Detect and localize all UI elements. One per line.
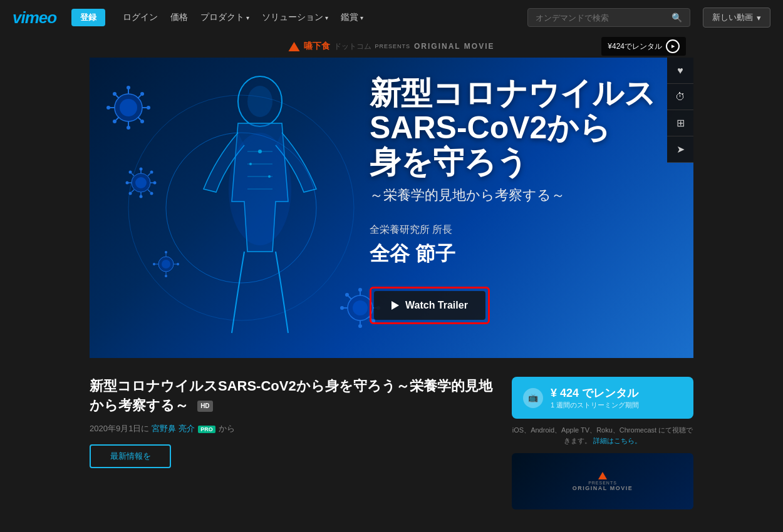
- video-author-label: 全栄養研究所 所長: [370, 223, 656, 237]
- video-top-bar: 嚥下食 ドットコム PRESENTS ORIGINAL MOVIE ¥424でレ…: [90, 35, 693, 58]
- svg-point-3: [247, 86, 272, 117]
- vimeo-logo[interactable]: vimeo: [13, 8, 56, 28]
- svg-point-57: [358, 324, 362, 328]
- svg-point-51: [340, 306, 344, 310]
- svg-line-26: [138, 95, 141, 98]
- svg-point-37: [140, 168, 143, 171]
- svg-line-28: [116, 95, 119, 98]
- search-wrapper: 🔍: [527, 8, 690, 27]
- rental-card[interactable]: 📺 ¥ 424 でレンタル 1 週間のストリーミング期間: [512, 377, 693, 419]
- platforms-link[interactable]: 詳細はこちら。: [593, 437, 641, 444]
- video-author-name: 全谷 節子: [370, 240, 656, 268]
- search-icon[interactable]: 🔍: [672, 13, 682, 23]
- presents-label: PRESENTS: [375, 43, 411, 49]
- svg-point-39: [140, 195, 143, 198]
- video-main-title: 新型コロナウイルスSARS-CoV2から身を守ろう: [370, 76, 656, 180]
- rental-price: ¥ 424 でレンタル: [551, 386, 639, 401]
- video-sub-title: ～栄養学的見地から考察する～: [370, 186, 656, 205]
- watch-trailer-wrapper: Watch Trailer: [370, 287, 490, 324]
- svg-point-63: [162, 260, 170, 269]
- svg-point-67: [177, 263, 179, 265]
- chevron-down-icon: ▾: [246, 14, 249, 21]
- watchlater-button[interactable]: ⏱: [667, 84, 693, 110]
- like-button[interactable]: ♥: [667, 58, 693, 84]
- svg-line-44: [148, 173, 150, 176]
- video-hero-wrapper: 嚥下食 ドットコム PRESENTS ORIGINAL MOVIE ¥424でレ…: [90, 35, 693, 358]
- video-text-content: 新型コロナウイルスSARS-CoV2から身を守ろう ～栄養学的見地から考察する～…: [370, 76, 656, 324]
- collections-button[interactable]: ⊞: [667, 110, 693, 136]
- chevron-down-icon: ▾: [360, 14, 363, 21]
- video-sidebar: ♥ ⏱ ⊞ ➤: [667, 58, 693, 163]
- author-link[interactable]: 宮野鼻 亮介: [152, 424, 195, 433]
- search-input[interactable]: [536, 13, 666, 23]
- thumb-logo-area: PRESENTS ORIGINAL MOVIE: [573, 472, 633, 491]
- rental-period: 1 週間のストリーミング期間: [551, 401, 639, 410]
- rental-badge-label: ¥424でレンタル: [608, 41, 662, 52]
- svg-line-60: [348, 296, 351, 299]
- svg-point-21: [127, 126, 130, 130]
- svg-point-47: [129, 171, 132, 174]
- video-main: 新型コロナウイルスSARS-CoV2から身を守ろう ～栄養学的見地から考察する～…: [90, 58, 693, 358]
- rental-thumbnail[interactable]: PRESENTS ORIGINAL MOVIE: [512, 453, 693, 509]
- svg-point-35: [153, 182, 157, 185]
- svg-point-65: [153, 263, 155, 265]
- svg-line-24: [116, 117, 119, 120]
- svg-point-13: [120, 99, 137, 116]
- nav-watch[interactable]: 鑑賞 ▾: [336, 9, 368, 26]
- svg-point-11: [229, 133, 291, 245]
- svg-point-29: [113, 92, 117, 96]
- svg-point-55: [358, 288, 362, 292]
- share-button[interactable]: ➤: [667, 136, 693, 163]
- svg-point-61: [345, 293, 349, 297]
- svg-line-22: [138, 117, 141, 120]
- rental-platforms: iOS、Android、Apple TV、Roku、Chromecast にて視…: [512, 425, 693, 446]
- svg-point-23: [140, 120, 144, 123]
- thumb-original: ORIGINAL MOVIE: [573, 485, 633, 491]
- new-video-button[interactable]: 新しい動画 ▾: [703, 8, 770, 28]
- logo-triangle-icon: [289, 42, 300, 51]
- nav-pricing[interactable]: 価格: [165, 9, 193, 26]
- svg-point-19: [127, 86, 130, 90]
- svg-point-25: [113, 120, 117, 123]
- rental-panel: 📺 ¥ 424 でレンタル 1 週間のストリーミング期間 iOS、Android…: [512, 377, 693, 509]
- hd-badge: HD: [197, 401, 212, 412]
- nav-links: ログイン 価格 プロダクト ▾ ソリューション ▾ 鑑賞 ▾: [118, 9, 515, 26]
- presents-text: 嚥下食 ドットコム PRESENTS ORIGINAL MOVIE: [289, 41, 495, 52]
- svg-point-43: [129, 192, 132, 195]
- watch-trailer-button[interactable]: Watch Trailer: [374, 291, 485, 320]
- watch-trailer-label: Watch Trailer: [405, 300, 468, 311]
- svg-point-49: [353, 300, 368, 315]
- svg-line-40: [148, 190, 150, 192]
- svg-point-71: [165, 275, 167, 277]
- video-info-left: 新型コロナウイルスSARS-CoV2から身を守ろう～栄養学的見地から考察する～ …: [90, 377, 512, 509]
- rental-icon: 📺: [523, 388, 543, 408]
- thumb-logo-triangle-icon: [598, 472, 607, 479]
- svg-point-41: [150, 192, 153, 195]
- chevron-down-icon: ▾: [325, 14, 328, 21]
- svg-point-27: [140, 92, 144, 96]
- logo-text: 嚥下食: [304, 41, 330, 52]
- svg-point-31: [135, 177, 147, 188]
- rental-info: ¥ 424 でレンタル 1 週間のストリーミング期間: [551, 386, 639, 410]
- nav-login[interactable]: ログイン: [118, 9, 163, 26]
- register-button[interactable]: 登録: [71, 9, 105, 26]
- svg-point-17: [147, 106, 150, 110]
- nav-products[interactable]: プロダクト ▾: [195, 9, 254, 26]
- original-movie-label: ORIGINAL MOVIE: [414, 42, 494, 51]
- navbar: vimeo 登録 ログイン 価格 プロダクト ▾ ソリューション ▾ 鑑賞 ▾ …: [0, 0, 783, 35]
- latest-info-button[interactable]: 最新情報を: [90, 444, 171, 468]
- svg-point-45: [150, 171, 153, 174]
- pro-badge: PRO: [198, 426, 215, 433]
- rental-thumb-bg: PRESENTS ORIGINAL MOVIE: [512, 453, 693, 509]
- svg-point-33: [126, 182, 129, 185]
- svg-point-69: [165, 251, 167, 253]
- chevron-down-icon: ▾: [757, 13, 761, 23]
- rental-badge[interactable]: ¥424でレンタル ▶: [601, 37, 686, 56]
- below-video-section: 新型コロナウイルスSARS-CoV2から身を守ろう～栄養学的見地から考察する～ …: [0, 358, 783, 522]
- play-icon: [392, 301, 399, 310]
- video-page-title: 新型コロナウイルスSARS-CoV2から身を守ろう～栄養学的見地から考察する～ …: [90, 377, 493, 416]
- play-circle-icon: ▶: [666, 39, 680, 53]
- thumb-presents: PRESENTS: [588, 481, 617, 485]
- video-meta: 2020年9月1日に 宮野鼻 亮介 PRO から: [90, 423, 493, 434]
- nav-solutions[interactable]: ソリューション ▾: [257, 9, 333, 26]
